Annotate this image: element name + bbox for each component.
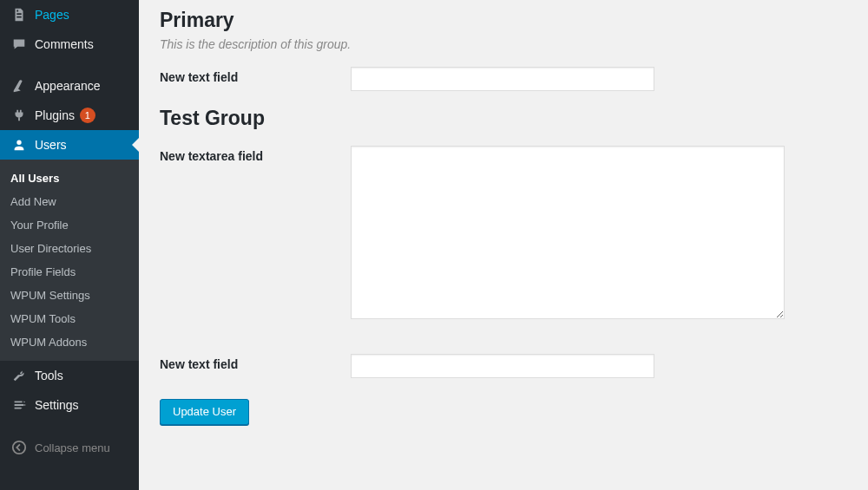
sidebar-item-label: Tools — [35, 369, 63, 382]
plugins-icon — [10, 107, 28, 124]
sidebar-item-label: Appearance — [35, 79, 101, 93]
submenu-your-profile[interactable]: Your Profile — [0, 213, 139, 237]
appearance-icon — [10, 77, 28, 95]
textarea-field-input[interactable] — [351, 146, 785, 319]
field-label: New text field — [160, 354, 351, 371]
collapse-menu[interactable]: Collapse menu — [0, 432, 139, 463]
sidebar-item-appearance[interactable]: Appearance — [0, 71, 139, 101]
sidebar-item-label: Plugins — [35, 108, 75, 122]
update-badge: 1 — [80, 108, 95, 123]
submit-row: Update User — [160, 399, 847, 425]
users-icon — [10, 136, 28, 154]
field-label: New text field — [160, 67, 351, 84]
menu-separator — [0, 420, 139, 432]
sidebar-item-tools[interactable]: Tools — [0, 361, 139, 390]
submenu-all-users[interactable]: All Users — [0, 167, 139, 190]
text-field-input[interactable] — [351, 67, 654, 91]
sidebar-item-label: Settings — [35, 398, 79, 412]
admin-sidebar: Pages Comments Appearance Plugins 1 User… — [0, 0, 139, 490]
update-user-button[interactable]: Update User — [160, 399, 249, 425]
sidebar-item-settings[interactable]: Settings — [0, 390, 139, 420]
pages-icon — [10, 6, 28, 23]
submenu-wpum-settings[interactable]: WPUM Settings — [0, 284, 139, 307]
comments-icon — [10, 36, 28, 53]
submenu-wpum-tools[interactable]: WPUM Tools — [0, 307, 139, 330]
field-row: New text field — [160, 67, 847, 91]
group-title-test: Test Group — [160, 107, 847, 130]
sidebar-item-pages[interactable]: Pages — [0, 0, 139, 29]
tools-icon — [10, 367, 28, 384]
svg-point-0 — [13, 441, 25, 454]
sidebar-item-comments[interactable]: Comments — [0, 29, 139, 59]
sidebar-item-plugins[interactable]: Plugins 1 — [0, 101, 139, 130]
sidebar-item-label: Users — [35, 138, 67, 152]
field-label: New textarea field — [160, 146, 351, 163]
submenu-add-new[interactable]: Add New — [0, 190, 139, 213]
sidebar-item-label: Pages — [35, 8, 69, 22]
field-row: New textarea field — [160, 146, 847, 319]
settings-icon — [10, 396, 28, 414]
sidebar-item-label: Comments — [35, 37, 94, 51]
sidebar-item-users[interactable]: Users — [0, 130, 139, 160]
main-content: Primary This is the description of this … — [139, 0, 868, 490]
collapse-label: Collapse menu — [35, 441, 110, 454]
menu-separator — [0, 59, 139, 71]
users-submenu: All Users Add New Your Profile User Dire… — [0, 160, 139, 361]
submenu-user-directories[interactable]: User Directories — [0, 237, 139, 260]
text-field-input[interactable] — [351, 354, 654, 378]
collapse-icon — [10, 439, 28, 456]
submenu-wpum-addons[interactable]: WPUM Addons — [0, 330, 139, 354]
group-title-primary: Primary — [160, 9, 847, 32]
submenu-profile-fields[interactable]: Profile Fields — [0, 260, 139, 284]
field-row: New text field — [160, 354, 847, 378]
group-description: This is the description of this group. — [160, 37, 847, 51]
